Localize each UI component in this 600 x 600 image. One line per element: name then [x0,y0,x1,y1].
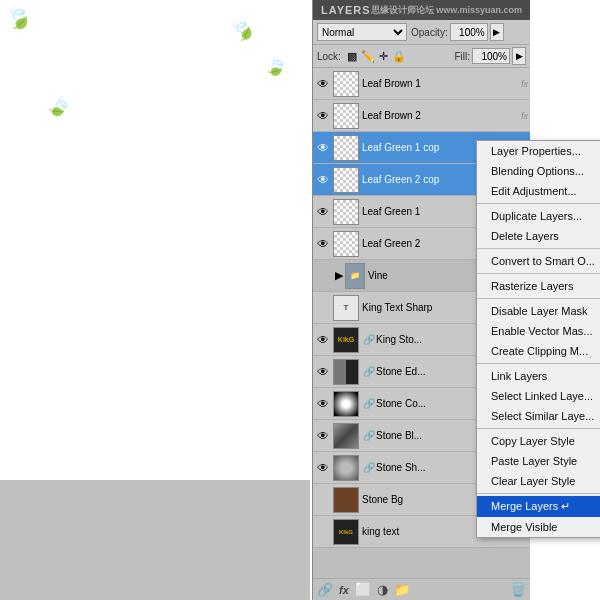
menu-item-paste-style[interactable]: Paste Layer Style [477,451,600,471]
menu-separator [477,298,600,299]
mask-icon[interactable]: ⬜ [355,582,371,597]
leaf-decoration-1: 🍃 [225,13,260,47]
link-icon: 🔗 [362,462,376,473]
adjustment-icon[interactable]: ◑ [377,582,388,597]
menu-item-link-layers[interactable]: Link Layers [477,366,600,386]
link-icon: 🔗 [362,334,376,345]
menu-item-select-linked[interactable]: Select Linked Laye... [477,386,600,406]
layer-row[interactable]: 👁 Leaf Brown 1 fx [313,68,530,100]
canvas-bottom-gray [0,480,310,600]
eye-icon[interactable]: 👁 [315,77,331,91]
eye-icon[interactable]: 👁 [315,397,331,411]
fill-box: Fill: ▶ [454,47,526,65]
menu-item-merge-layers[interactable]: Merge Layers ↵ [477,496,600,517]
layer-thumbnail [333,487,359,513]
menu-item-layer-properties[interactable]: Layer Properties... [477,141,600,161]
eye-icon[interactable]: 👁 [315,109,331,123]
menu-item-rasterize[interactable]: Rasterize Layers [477,276,600,296]
layer-thumbnail: KlkG [333,519,359,545]
menu-separator [477,363,600,364]
folder-arrow-icon[interactable]: ▶ [335,269,343,282]
lock-image-icon[interactable]: ✏️ [361,50,375,63]
menu-item-select-similar[interactable]: Select Similar Laye... [477,406,600,426]
menu-item-clear-style[interactable]: Clear Layer Style [477,471,600,491]
layer-thumbnail [333,231,359,257]
layer-thumbnail: T [333,295,359,321]
fx-badge: fx [521,111,528,121]
menu-item-duplicate-layers[interactable]: Duplicate Layers... [477,206,600,226]
canvas-area: 🍃 🍃 🍃 🍃 [0,0,310,600]
fill-input[interactable] [472,48,510,64]
layer-thumbnail [333,167,359,193]
leaf-decoration-4: 🍃 [44,91,76,123]
eye-icon[interactable]: 👁 [315,173,331,187]
panel-watermark: 思缘设计师论坛 www.missyuan.com [371,4,522,17]
panel-title: LAYERS [321,4,371,16]
layer-thumbnail [333,455,359,481]
layer-thumbnail [333,135,359,161]
eye-icon[interactable]: 👁 [315,461,331,475]
eye-icon[interactable]: 👁 [315,333,331,347]
layer-thumbnail [333,359,359,385]
lock-position-icon[interactable]: ✛ [379,50,388,63]
menu-item-merge-visible[interactable]: Merge Visible [477,517,600,537]
layer-thumbnail [333,71,359,97]
lock-all-icon[interactable]: 🔒 [392,50,406,63]
menu-separator [477,428,600,429]
menu-item-blending-options[interactable]: Blending Options... [477,161,600,181]
eye-icon[interactable]: 👁 [315,141,331,155]
folder-thumbnail: 📁 [345,263,365,289]
layer-thumbnail [333,423,359,449]
menu-item-disable-mask[interactable]: Disable Layer Mask [477,301,600,321]
menu-item-convert-smart[interactable]: Convert to Smart O... [477,251,600,271]
menu-item-copy-style[interactable]: Copy Layer Style [477,431,600,451]
leaf-decoration-3: 🍃 [1,1,35,35]
panel-lock-row: Lock: ▩ ✏️ ✛ 🔒 Fill: ▶ [313,45,530,68]
opacity-arrow[interactable]: ▶ [490,23,504,41]
opacity-label: Opacity: [411,27,448,38]
panel-controls: Normal Multiply Screen Opacity: ▶ [313,20,530,45]
eye-icon[interactable]: 👁 [315,237,331,251]
leaf-decoration-2: 🍃 [263,53,288,78]
menu-item-create-clipping[interactable]: Create Clipping M... [477,341,600,361]
link-icon: 🔗 [362,430,376,441]
blend-mode-select[interactable]: Normal Multiply Screen [317,23,407,41]
opacity-input[interactable] [450,23,488,41]
fill-arrow[interactable]: ▶ [512,47,526,65]
fx-badge: fx [521,79,528,89]
new-group-icon[interactable]: 📁 [394,582,410,597]
eye-icon[interactable]: 👁 [315,429,331,443]
menu-item-delete-layers[interactable]: Delete Layers [477,226,600,246]
panel-header: LAYERS 思缘设计师论坛 www.missyuan.com [313,0,530,20]
link-icon: 🔗 [362,366,376,377]
new-layer-icon[interactable]: 🗑️ [510,582,526,597]
eye-icon[interactable]: 👁 [315,205,331,219]
menu-separator [477,248,600,249]
menu-item-enable-vector[interactable]: Enable Vector Mas... [477,321,600,341]
link-layers-icon[interactable]: 🔗 [317,582,333,597]
layer-thumbnail [333,391,359,417]
layer-name: Leaf Brown 1 [362,78,519,89]
layer-thumbnail [333,199,359,225]
opacity-box: Opacity: ▶ [411,23,504,41]
link-icon: 🔗 [362,398,376,409]
fill-label: Fill: [454,51,470,62]
layer-thumbnail: KlkG [333,327,359,353]
menu-separator [477,273,600,274]
lock-transparent-icon[interactable]: ▩ [347,50,357,63]
context-menu: Layer Properties... Blending Options... … [476,140,600,538]
layer-name: Leaf Brown 2 [362,110,519,121]
lock-icons: ▩ ✏️ ✛ 🔒 [347,50,406,63]
layer-row[interactable]: 👁 Leaf Brown 2 fx [313,100,530,132]
fx-icon[interactable]: fx [339,584,349,596]
eye-icon[interactable]: 👁 [315,365,331,379]
menu-item-edit-adjustment[interactable]: Edit Adjustment... [477,181,600,201]
menu-separator [477,203,600,204]
layer-thumbnail [333,103,359,129]
lock-label: Lock: [317,51,341,62]
panel-footer: 🔗 fx ⬜ ◑ 📁 🗑️ [313,578,530,600]
menu-separator [477,493,600,494]
